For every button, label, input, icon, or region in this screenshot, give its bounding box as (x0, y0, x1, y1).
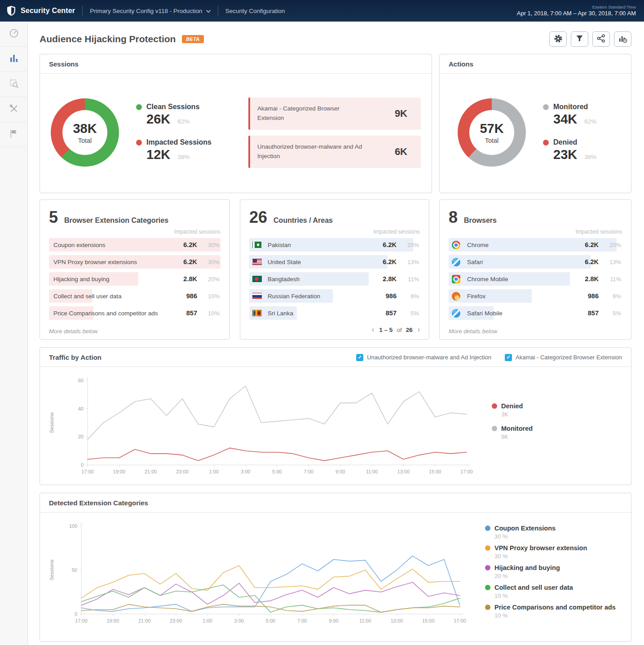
country-row[interactable]: Russian Federation 986 6% (249, 289, 420, 303)
pagination-next-button[interactable]: › (417, 326, 421, 334)
country-percentage: 13% (397, 259, 420, 265)
browser-value: 2.8K (573, 275, 599, 283)
actions-total-value: 57K (480, 121, 503, 136)
callout-label: Akamai - Categorized Browser Extension (257, 104, 365, 123)
bar-chart-icon (9, 53, 19, 65)
category-row[interactable]: Price Comparisons and competitor ads 857… (49, 306, 221, 320)
country-percentage: 11% (397, 276, 420, 283)
svg-text:3:00: 3:00 (234, 618, 244, 623)
impact-callout[interactable]: Akamai - Categorized Browser Extension 9… (248, 97, 421, 130)
country-label: Russian Federation (263, 293, 371, 300)
categories-title: Browser Extension Categories (64, 216, 168, 225)
svg-text:60: 60 (78, 378, 84, 383)
category-percentage: 20% (197, 276, 221, 283)
pagination-prev-button[interactable]: ‹ (371, 326, 375, 334)
toolbar-button[interactable] (592, 31, 610, 47)
sidebar-item[interactable] (0, 47, 27, 72)
sri-lanka-flag (252, 310, 263, 316)
countries-title: Countries / Areas (273, 216, 333, 225)
nav-security-configuration[interactable]: Security Configuration (225, 8, 285, 14)
impact-callout[interactable]: Unauthorized browser-malware and Ad Inje… (248, 136, 421, 168)
category-value: 6.2K (171, 241, 197, 248)
traffic-panel-title: Traffic by Action (49, 353, 101, 361)
category-row[interactable]: Hijacking and buying 2.8K 20% (49, 272, 221, 286)
legend-dot-icon (136, 104, 142, 110)
svg-text:13:00: 13:00 (397, 469, 410, 474)
legend-sublabel: 30 % (485, 553, 626, 560)
sidebar-item[interactable] (0, 22, 27, 47)
pakistan-flag (252, 242, 263, 248)
browsers-title: Browsers (464, 216, 497, 225)
toolbar-button[interactable] (571, 31, 588, 47)
browser-row[interactable]: Firefox 986 6% (449, 289, 622, 303)
countries-pagination: ‹ 1 – 5 of 26 › (371, 326, 421, 334)
browser-row[interactable]: Safari Mobile 857 5% (449, 306, 622, 320)
category-row[interactable]: VPN Proxy browser extensions 6.2K 30% (49, 255, 221, 269)
legend-dot-icon (485, 526, 490, 531)
category-percentage: 10% (197, 293, 221, 300)
beta-badge: BETA (182, 35, 203, 43)
donut-legend-entry: Denied 23K 38% (543, 138, 635, 162)
browser-percentage: 6% (599, 293, 622, 300)
firefox-icon (452, 292, 463, 300)
grid-search-icon (9, 79, 19, 90)
sessions-panel-title: Sessions (40, 54, 432, 74)
impacted-sessions-column-header: Impacted sessions (440, 228, 631, 238)
legend-label: Coupon Extensions (494, 525, 556, 532)
country-row[interactable]: Bangladesh 2.8K 11% (249, 272, 420, 286)
country-value: 857 (371, 309, 397, 317)
svg-text:21:00: 21:00 (145, 469, 157, 474)
safari-mobile-icon (452, 309, 463, 318)
traffic-filter-checkbox[interactable]: Akamai - Categorized Browser Extension (505, 354, 622, 361)
traffic-filter-checkbox[interactable]: Unauthorized browser-malware and Ad Inje… (356, 354, 491, 361)
legend-dot-icon (543, 104, 549, 110)
category-value: 857 (171, 309, 197, 317)
browser-row[interactable]: Chrome Mobile 2.8K 11% (449, 272, 622, 286)
browser-row[interactable]: Chrome 6.2K 20% (449, 238, 622, 252)
legend-dot-icon (543, 140, 549, 146)
divider (218, 6, 218, 16)
chrome-icon (452, 241, 463, 249)
sidebar-item[interactable] (0, 122, 27, 147)
config-selector-label: Primary Security Config v118 - Productio… (90, 8, 202, 14)
country-row[interactable]: Pakistan 6.2K 20% (249, 238, 420, 252)
pagination-of-label: of (397, 327, 401, 333)
donut-legend-entry: Impacted Sessions 12K 38% (136, 138, 228, 162)
config-selector-dropdown[interactable]: Primary Security Config v118 - Productio… (90, 8, 210, 14)
svg-text:17:00: 17:00 (454, 618, 466, 623)
checkbox-checked-icon[interactable] (356, 354, 363, 361)
checkbox-checked-icon[interactable] (505, 354, 512, 361)
toolbar-button[interactable] (549, 31, 567, 47)
chart-legend-entry: Price Comparisons and competitor ads 10 … (485, 604, 626, 619)
country-percentage: 20% (397, 242, 420, 248)
sidebar-item[interactable] (0, 72, 27, 97)
browser-row[interactable]: Safari 6.2K 13% (449, 255, 622, 269)
toolbar-button[interactable] (614, 31, 631, 47)
legend-dot-icon (485, 565, 490, 570)
category-row[interactable]: Coupon extensions 6.2K 30% (49, 238, 221, 252)
chart-legend-entry: Collect and sell user data 10 % (485, 584, 626, 599)
category-value: 6.2K (171, 258, 197, 265)
date-range[interactable]: Apr 1, 2018, 7:00 AM – Apr 30, 2018, 7:0… (517, 10, 636, 17)
actions-total-label: Total (485, 137, 499, 144)
svg-text:21:00: 21:00 (138, 618, 151, 623)
svg-text:23:00: 23:00 (170, 618, 182, 623)
page-toolbar (549, 31, 631, 47)
country-row[interactable]: United State 6.2K 13% (249, 255, 420, 269)
pagination-total: 26 (406, 327, 413, 333)
country-row[interactable]: Sri Lanka 857 5% (249, 306, 420, 320)
detected-panel-title: Detected Extension Categories (49, 499, 148, 507)
svg-text:7:00: 7:00 (297, 618, 307, 623)
legend-label: Collect and sell user data (494, 584, 573, 591)
svg-text:11:00: 11:00 (359, 618, 371, 623)
category-row[interactable]: Collect and sell user data 986 10% (49, 289, 221, 303)
legend-label: Clean Sessions (146, 103, 199, 111)
svg-text:40: 40 (78, 406, 84, 411)
category-label: VPN Proxy browser extensions (49, 259, 171, 265)
chrome-mobile-icon (452, 275, 463, 283)
legend-value: 34K (553, 112, 577, 127)
legend-percentage: 38% (584, 154, 596, 160)
report-clock-icon (618, 34, 627, 44)
sidebar-item[interactable] (0, 97, 27, 122)
legend-sublabel: 9K (492, 433, 586, 440)
